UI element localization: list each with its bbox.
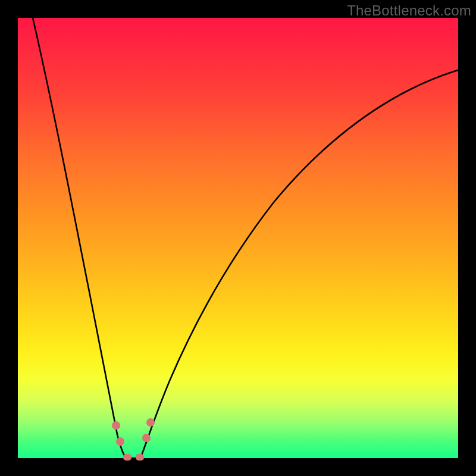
curve-svg (18, 18, 458, 458)
curve-right (140, 67, 470, 458)
marker-right-upper (146, 418, 155, 427)
marker-valley-left (123, 454, 131, 461)
marker-valley-right (136, 454, 144, 461)
marker-left-upper (112, 421, 120, 430)
marker-right-lower (142, 434, 151, 442)
curve-left (33, 18, 126, 458)
watermark-text: TheBottleneck.com (347, 2, 471, 19)
marker-left-lower (116, 437, 124, 446)
chart-frame: TheBottleneck.com (0, 0, 476, 476)
plot-area (18, 18, 458, 458)
